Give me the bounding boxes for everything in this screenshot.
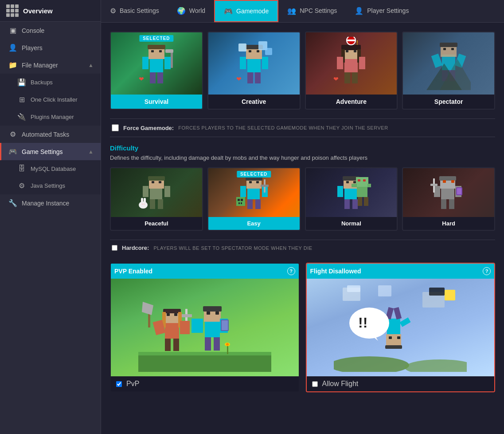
svg-point-65 (144, 204, 145, 205)
svg-text:❤: ❤ (333, 75, 339, 83)
tab-label-basic-settings: Basic Settings (120, 7, 159, 14)
force-gamemode-checkbox[interactable] (112, 124, 119, 131)
gamemode-card-survival[interactable]: SELECTED (110, 32, 203, 110)
svg-rect-137 (165, 339, 171, 351)
tab-gamemode[interactable]: 🎮 Gamemode (214, 0, 278, 22)
creative-character: ❤ (232, 37, 276, 90)
svg-rect-44 (451, 48, 454, 50)
svg-point-162 (405, 359, 467, 372)
difficulty-card-hard[interactable]: Hard (402, 167, 495, 231)
sidebar-item-automated[interactable]: ⚙ Automated Tasks (0, 126, 101, 143)
sidebar-item-backups[interactable]: 💾 Backups (0, 74, 101, 91)
survival-image: SELECTED (111, 32, 202, 95)
flight-footer-label: Allow Flight (322, 380, 359, 388)
peaceful-character (137, 170, 176, 215)
svg-rect-25 (344, 57, 358, 72)
tab-world[interactable]: 🌍 World (168, 0, 214, 22)
sidebar-item-one-click[interactable]: ⊞ One Click Installer (0, 91, 101, 108)
svg-rect-32 (344, 72, 350, 83)
svg-rect-16 (257, 50, 259, 52)
gamemode-card-adventure[interactable]: ! ❤ Adventure (305, 32, 398, 110)
normal-character (331, 170, 371, 215)
svg-rect-146 (429, 288, 445, 296)
svg-rect-109 (457, 188, 461, 194)
gamemode-grid: SELECTED (110, 32, 495, 110)
svg-rect-76 (261, 185, 269, 187)
svg-text:❤: ❤ (139, 75, 144, 83)
svg-rect-30 (346, 50, 348, 52)
svg-rect-101 (439, 176, 456, 181)
svg-rect-136 (174, 313, 177, 316)
sidebar-item-manage-instance[interactable]: 🔧 Manage Instance (0, 194, 101, 212)
automated-icon: ⚙ (8, 130, 17, 138)
pvp-header: PVP Enabled ? (111, 264, 299, 279)
spectator-image (403, 32, 494, 95)
one-click-icon: ⊞ (17, 95, 26, 104)
adventure-label: Adventure (306, 95, 397, 109)
tab-label-world: World (189, 7, 205, 14)
svg-rect-140 (180, 321, 190, 334)
svg-rect-95 (352, 184, 357, 187)
tab-npc-settings[interactable]: 👥 NPC Settings (278, 0, 346, 22)
file-manager-icon: 📁 (8, 61, 17, 69)
backups-icon: 💾 (17, 78, 26, 87)
sidebar-label-manage-instance: Manage Instance (22, 200, 69, 207)
sidebar-logo: Overview (0, 0, 101, 22)
creative-label: Creative (208, 95, 300, 109)
svg-rect-98 (364, 197, 368, 206)
sidebar-item-players[interactable]: 👤 Players (0, 39, 101, 56)
content-area: SELECTED (101, 23, 504, 434)
svg-rect-96 (367, 184, 371, 187)
basic-settings-tab-icon: ⚙ (110, 7, 116, 15)
tab-label-player: Player Settings (367, 7, 409, 14)
svg-rect-71 (247, 199, 253, 209)
svg-rect-153 (397, 336, 400, 339)
tab-basic-settings[interactable]: ⚙ Basic Settings (101, 0, 168, 22)
svg-rect-127 (222, 320, 228, 330)
svg-rect-88 (352, 199, 358, 209)
svg-rect-85 (346, 181, 349, 183)
game-settings-expand-icon: ▲ (88, 149, 94, 155)
svg-rect-123 (214, 337, 220, 351)
svg-rect-114 (227, 345, 228, 354)
force-gamemode-desc: FORCES PLAYERS TO THE SELECTED GAMEMODE … (178, 125, 388, 130)
normal-image (306, 168, 397, 217)
easy-selected-badge: SELECTED (237, 171, 271, 178)
gamemode-card-creative[interactable]: ❤ Creative (207, 32, 301, 110)
svg-rect-70 (256, 181, 259, 183)
difficulty-grid: Peaceful SELECTED (110, 167, 495, 231)
player-tab-icon: 👤 (355, 7, 363, 15)
sidebar-label-java: Java Settings (31, 182, 65, 189)
sidebar-item-file-manager[interactable]: 📁 File Manager ▲ (0, 56, 101, 74)
sidebar-item-game-settings[interactable]: 🎮 Game Settings ▲ (0, 143, 101, 160)
sidebar-item-mysql[interactable]: 🗄 MySQL Database (0, 160, 101, 177)
normal-label: Normal (306, 217, 397, 230)
flight-title: Flight Disallowed (310, 268, 361, 275)
sidebar-item-java[interactable]: ⚙ Java Settings (0, 177, 101, 194)
svg-rect-78 (238, 199, 240, 201)
pvp-checkbox[interactable] (116, 381, 122, 387)
hardcore-checkbox[interactable] (112, 245, 117, 251)
tab-label-npc: NPC Settings (300, 7, 337, 14)
peaceful-label: Peaceful (111, 217, 202, 230)
tab-player-settings[interactable]: 👤 Player Settings (346, 0, 418, 22)
difficulty-card-peaceful[interactable]: Peaceful (110, 167, 203, 231)
flight-help-icon[interactable]: ? (483, 267, 491, 275)
svg-rect-119 (203, 306, 222, 312)
flight-footer: Allow Flight (307, 376, 495, 391)
gamemode-card-spectator[interactable]: Spectator (402, 32, 495, 110)
sidebar-item-console[interactable]: ▣ Console (0, 22, 101, 39)
tab-label-gamemode: Gamemode (236, 8, 269, 15)
pvp-help-icon[interactable]: ? (287, 267, 295, 275)
sidebar-item-plugins[interactable]: 🔌 Plugins Manager (0, 108, 101, 126)
flight-checkbox[interactable] (312, 381, 318, 387)
svg-rect-22 (265, 48, 272, 55)
difficulty-card-easy[interactable]: SELECTED (207, 167, 301, 231)
sidebar-label-mysql: MySQL Database (31, 166, 76, 172)
svg-rect-81 (241, 202, 242, 204)
svg-rect-120 (207, 312, 210, 315)
svg-rect-93 (358, 179, 360, 181)
svg-rect-57 (158, 199, 163, 209)
difficulty-card-normal[interactable]: Normal (305, 167, 398, 231)
pvp-footer-label: PvP (126, 380, 139, 388)
